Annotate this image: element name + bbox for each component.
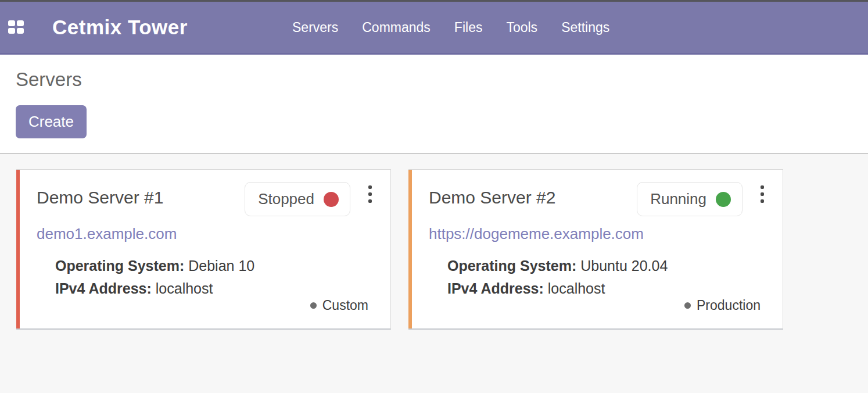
status-dot-icon	[716, 192, 731, 207]
menu-item-tools[interactable]: Tools	[506, 20, 537, 35]
server-tag: Production	[684, 298, 761, 313]
ip-label: IPv4 Address:	[447, 280, 544, 296]
card-body: Demo Server #1 Stopped demo1.example.com…	[33, 182, 373, 328]
os-row: Operating System: Ubuntu 20.04	[447, 255, 765, 277]
os-row: Operating System: Debian 10	[55, 255, 373, 277]
apps-grid-square	[8, 28, 15, 34]
app-title: Cetmix Tower	[52, 16, 188, 39]
kebab-dot	[761, 199, 764, 203]
server-name: Demo Server #1	[37, 188, 245, 208]
card-color-stripe	[408, 170, 412, 328]
os-value: Ubuntu 20.04	[580, 258, 668, 274]
menu-item-files[interactable]: Files	[454, 20, 483, 35]
ip-row: IPv4 Address: localhost	[447, 277, 765, 300]
server-card[interactable]: Demo Server #2 Running https://dogememe.…	[408, 169, 783, 330]
card-body: Demo Server #2 Running https://dogememe.…	[425, 182, 765, 328]
tag-dot-icon	[684, 302, 691, 309]
menu-item-settings[interactable]: Settings	[561, 20, 609, 35]
menu-item-servers[interactable]: Servers	[292, 20, 338, 35]
ip-row: IPv4 Address: localhost	[55, 277, 373, 300]
server-name: Demo Server #2	[429, 188, 637, 208]
status-label: Running	[650, 190, 706, 208]
card-header-row: Demo Server #1 Stopped	[37, 182, 373, 216]
main-navbar: Cetmix Tower Servers Commands Files Tool…	[0, 2, 868, 55]
menu-item-commands[interactable]: Commands	[362, 20, 431, 35]
kebab-menu-icon[interactable]	[759, 184, 765, 204]
kanban-view: Demo Server #1 Stopped demo1.example.com…	[0, 154, 868, 393]
apps-grid-square	[17, 28, 24, 34]
main-menu: Servers Commands Files Tools Settings	[292, 2, 609, 53]
status-dot-icon	[324, 192, 339, 207]
create-button[interactable]: Create	[16, 105, 87, 138]
server-info: Operating System: Ubuntu 20.04 IPv4 Addr…	[447, 255, 765, 300]
server-url-link[interactable]: https://dogememe.example.com	[429, 225, 644, 243]
ip-value: localhost	[548, 280, 605, 296]
apps-grid-icon[interactable]	[8, 20, 24, 34]
server-card[interactable]: Demo Server #1 Stopped demo1.example.com…	[16, 169, 391, 330]
server-info: Operating System: Debian 10 IPv4 Address…	[55, 255, 373, 300]
card-color-stripe	[16, 170, 20, 328]
os-label: Operating System:	[447, 258, 576, 274]
os-label: Operating System:	[55, 258, 184, 274]
ip-value: localhost	[156, 280, 213, 296]
os-value: Debian 10	[188, 258, 254, 274]
page-header: Servers Create	[0, 55, 868, 154]
kebab-dot	[368, 192, 372, 196]
kebab-menu-icon[interactable]	[367, 184, 373, 204]
status-badge[interactable]: Stopped	[245, 182, 350, 216]
status-badge[interactable]: Running	[637, 182, 743, 216]
tag-label: Custom	[322, 298, 368, 313]
kebab-dot	[368, 199, 372, 203]
tag-dot-icon	[310, 302, 317, 309]
tag-label: Production	[697, 298, 761, 313]
kebab-dot	[368, 185, 372, 189]
status-label: Stopped	[258, 190, 314, 208]
kebab-dot	[761, 185, 764, 189]
server-url-link[interactable]: demo1.example.com	[37, 225, 177, 243]
ip-label: IPv4 Address:	[55, 280, 152, 296]
apps-grid-square	[8, 20, 15, 26]
apps-grid-square	[17, 20, 24, 26]
page-title: Servers	[16, 55, 868, 91]
kebab-dot	[761, 192, 764, 196]
card-header-row: Demo Server #2 Running	[429, 182, 765, 216]
server-tag: Custom	[310, 298, 368, 313]
